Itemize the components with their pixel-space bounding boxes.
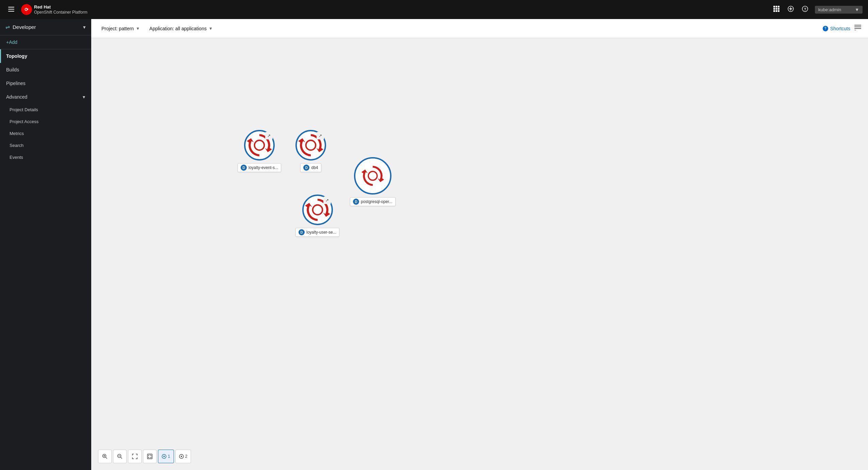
svg-rect-9: [773, 10, 775, 12]
svg-rect-5: [778, 6, 779, 7]
zoom-out-button[interactable]: [113, 450, 127, 463]
sidebar-item-events[interactable]: Events: [0, 151, 91, 163]
sidebar: ⇌ Developer ▾ +Add Topology Builds Pipel…: [0, 19, 91, 470]
external-link-icon-loyalty-user-se[interactable]: ↗: [323, 197, 331, 204]
external-link-icon-db4[interactable]: ↗: [317, 132, 324, 139]
node-circle-loyalty-user-se: ↗: [302, 195, 333, 225]
svg-rect-18: [854, 27, 861, 27]
node-circle-postgresql-oper: [354, 157, 391, 195]
svg-rect-14: [789, 9, 792, 9]
node-db4[interactable]: ↗ D db4: [295, 130, 326, 172]
svg-rect-19: [854, 28, 861, 29]
node-circle-loyalty-event-s: ↗: [244, 130, 275, 161]
svg-rect-4: [776, 6, 777, 7]
help-icon[interactable]: ?: [801, 4, 809, 15]
sidebar-item-project-details[interactable]: Project Details: [0, 104, 91, 116]
content-area: Project: pattern ▼ Application: all appl…: [91, 19, 868, 470]
sidebar-add-button[interactable]: +Add: [0, 35, 91, 49]
perspective-chevron-icon: ▾: [83, 24, 86, 30]
sidebar-item-metrics[interactable]: Metrics: [0, 128, 91, 139]
svg-rect-11: [778, 10, 779, 12]
filter-2-button[interactable]: 2: [175, 450, 191, 463]
svg-rect-36: [147, 454, 152, 459]
brand-logo: ⟳ Red Hat OpenShift Container Platform: [21, 4, 87, 15]
svg-rect-7: [776, 8, 777, 10]
sidebar-item-search[interactable]: Search: [0, 139, 91, 151]
brand-platform: OpenShift Container Platform: [34, 10, 87, 15]
node-circle-db4: ↗: [295, 130, 326, 161]
svg-line-34: [121, 457, 122, 459]
project-chevron-icon: ▼: [136, 26, 140, 31]
svg-rect-3: [773, 6, 775, 7]
fullscreen-button[interactable]: [143, 450, 157, 463]
sidebar-item-pipelines[interactable]: Pipelines: [0, 77, 91, 90]
apps-grid-icon[interactable]: [772, 4, 781, 15]
fit-to-screen-button[interactable]: [128, 450, 142, 463]
svg-rect-8: [778, 8, 779, 10]
toolbar: Project: pattern ▼ Application: all appl…: [91, 19, 868, 38]
node-loyalty-event-s[interactable]: ↗ D loyalty-event-s...: [238, 130, 281, 172]
user-label: kube:admin: [818, 7, 841, 12]
svg-rect-20: [854, 30, 856, 30]
svg-rect-10: [776, 10, 777, 12]
project-label: Project: pattern: [101, 26, 134, 31]
node-label-db4: D db4: [300, 163, 321, 172]
node-label-postgresql-oper: D postgresql-oper...: [350, 197, 396, 206]
hamburger-menu-icon[interactable]: [5, 3, 17, 16]
application-chevron-icon: ▼: [209, 26, 213, 31]
project-selector[interactable]: Project: pattern ▼: [98, 24, 143, 33]
shortcuts-label: Shortcuts: [830, 26, 850, 31]
svg-rect-0: [8, 7, 14, 7]
user-chevron-icon: ▼: [855, 7, 859, 12]
shortcuts-button[interactable]: ? Shortcuts: [823, 26, 850, 31]
sidebar-item-project-access[interactable]: Project Access: [0, 116, 91, 128]
perspective-icon: ⇌: [5, 24, 10, 30]
filter-1-button[interactable]: 1: [158, 450, 174, 463]
top-nav: ⟳ Red Hat OpenShift Container Platform: [0, 0, 868, 19]
sidebar-item-builds[interactable]: Builds: [0, 63, 91, 77]
svg-rect-6: [773, 8, 775, 10]
application-label: Application: all applications: [149, 26, 207, 31]
perspective-switcher[interactable]: ⇌ Developer ▾: [0, 19, 91, 35]
svg-line-30: [106, 457, 107, 459]
application-selector[interactable]: Application: all applications ▼: [146, 24, 216, 33]
sidebar-advanced-section[interactable]: Advanced ▾: [0, 90, 91, 104]
node-loyalty-user-se[interactable]: ↗ D loyalty-user-se...: [295, 195, 339, 237]
svg-point-38: [163, 456, 165, 457]
perspective-label: Developer: [13, 24, 36, 30]
external-link-icon[interactable]: ↗: [265, 132, 273, 139]
redhat-circle-icon: ⟳: [21, 4, 32, 15]
main-layout: ⇌ Developer ▾ +Add Topology Builds Pipel…: [0, 19, 868, 470]
list-view-button[interactable]: [854, 25, 861, 32]
svg-rect-2: [8, 11, 14, 12]
user-menu[interactable]: kube:admin ▼: [815, 6, 863, 14]
brand-name: Red Hat: [34, 4, 87, 10]
svg-rect-1: [8, 9, 14, 10]
node-label-loyalty-user-se: D loyalty-user-se...: [295, 228, 339, 237]
node-label-loyalty-event-s: D loyalty-event-s...: [238, 163, 281, 172]
svg-text:?: ?: [804, 7, 806, 11]
advanced-chevron-icon: ▾: [83, 94, 85, 100]
shortcuts-question-icon: ?: [823, 26, 828, 31]
svg-point-40: [181, 456, 182, 457]
node-postgresql-oper[interactable]: D postgresql-oper...: [350, 157, 396, 206]
topology-canvas[interactable]: ↗ D loyalty-event-s... ↗: [91, 38, 868, 470]
svg-rect-17: [854, 25, 861, 26]
bottom-toolbar: 1 2: [98, 450, 191, 463]
add-icon[interactable]: [786, 4, 795, 15]
sidebar-item-topology[interactable]: Topology: [0, 49, 91, 63]
zoom-in-button[interactable]: [98, 450, 112, 463]
